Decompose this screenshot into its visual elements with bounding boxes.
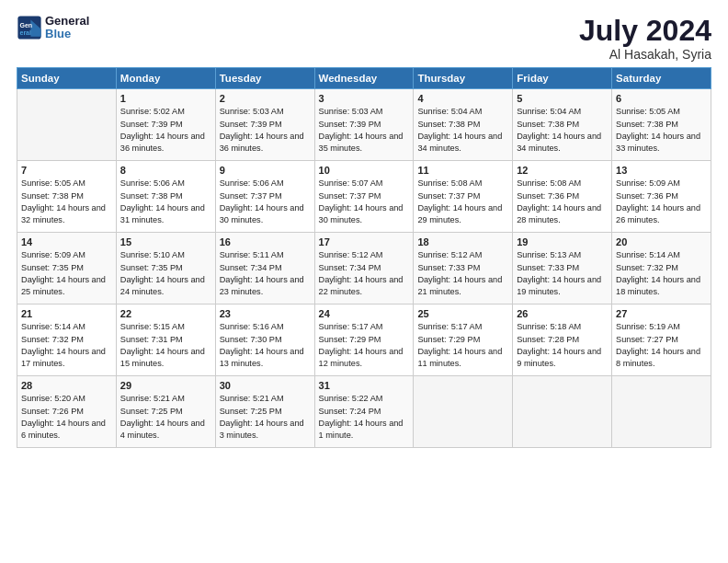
sunset-label: Sunset: 7:24 PM [319, 407, 381, 416]
calendar-cell: 10 Sunrise: 5:07 AM Sunset: 7:37 PM Dayl… [314, 161, 414, 233]
day-number: 4 [417, 93, 508, 104]
cell-content: Sunrise: 5:09 AM Sunset: 7:36 PM Dayligh… [616, 178, 707, 226]
calendar-week-4: 21 Sunrise: 5:14 AM Sunset: 7:32 PM Dayl… [17, 304, 711, 376]
day-number: 30 [220, 380, 311, 391]
calendar-cell: 24 Sunrise: 5:17 AM Sunset: 7:29 PM Dayl… [314, 304, 414, 376]
day-number: 22 [120, 308, 211, 319]
cell-content: Sunrise: 5:03 AM Sunset: 7:39 PM Dayligh… [220, 106, 311, 155]
daylight-label: Daylight: 14 hours and 32 minutes. [21, 203, 106, 224]
calendar-week-1: 1 Sunrise: 5:02 AM Sunset: 7:39 PM Dayli… [17, 89, 711, 161]
sunrise-label: Sunrise: 5:14 AM [616, 250, 680, 259]
calendar-cell: 25 Sunrise: 5:17 AM Sunset: 7:29 PM Dayl… [414, 304, 513, 376]
daylight-label: Daylight: 14 hours and 30 minutes. [319, 203, 404, 224]
daylight-label: Daylight: 14 hours and 29 minutes. [417, 203, 502, 224]
calendar-cell: 1 Sunrise: 5:02 AM Sunset: 7:39 PM Dayli… [116, 89, 215, 161]
calendar-cell: 12 Sunrise: 5:08 AM Sunset: 7:36 PM Dayl… [513, 161, 612, 233]
daylight-label: Daylight: 14 hours and 31 minutes. [120, 203, 205, 224]
svg-text:eral: eral [20, 30, 32, 37]
sunrise-label: Sunrise: 5:04 AM [417, 107, 482, 116]
cell-content: Sunrise: 5:06 AM Sunset: 7:38 PM Dayligh… [120, 178, 211, 226]
cell-content: Sunrise: 5:08 AM Sunset: 7:36 PM Dayligh… [517, 178, 608, 226]
daylight-label: Daylight: 14 hours and 15 minutes. [120, 347, 205, 368]
sunset-label: Sunset: 7:28 PM [517, 335, 579, 344]
cell-content: Sunrise: 5:20 AM Sunset: 7:26 PM Dayligh… [21, 393, 112, 442]
calendar-cell [17, 89, 117, 161]
sunrise-label: Sunrise: 5:17 AM [319, 322, 383, 331]
sunset-label: Sunset: 7:36 PM [517, 191, 579, 201]
sunrise-label: Sunrise: 5:21 AM [120, 394, 185, 403]
daylight-label: Daylight: 14 hours and 34 minutes. [417, 132, 502, 153]
daylight-label: Daylight: 14 hours and 24 minutes. [120, 275, 205, 296]
logo-line2: Blue [45, 28, 89, 40]
daylight-label: Daylight: 14 hours and 30 minutes. [220, 203, 304, 224]
sunset-label: Sunset: 7:32 PM [21, 335, 84, 344]
cell-content: Sunrise: 5:06 AM Sunset: 7:37 PM Dayligh… [220, 178, 311, 226]
daylight-label: Daylight: 14 hours and 4 minutes. [120, 419, 205, 440]
calendar-cell: 29 Sunrise: 5:21 AM Sunset: 7:25 PM Dayl… [116, 376, 215, 448]
sunset-label: Sunset: 7:39 PM [319, 120, 381, 129]
cell-content: Sunrise: 5:03 AM Sunset: 7:39 PM Dayligh… [319, 106, 410, 155]
sunset-label: Sunset: 7:38 PM [616, 120, 678, 129]
sunset-label: Sunset: 7:37 PM [319, 191, 381, 201]
daylight-label: Daylight: 14 hours and 9 minutes. [517, 347, 601, 368]
svg-text:Gen: Gen [20, 22, 33, 29]
calendar-cell: 9 Sunrise: 5:06 AM Sunset: 7:37 PM Dayli… [215, 161, 314, 233]
calendar-cell: 4 Sunrise: 5:04 AM Sunset: 7:38 PM Dayli… [414, 89, 513, 161]
calendar-cell: 16 Sunrise: 5:11 AM Sunset: 7:34 PM Dayl… [215, 233, 314, 304]
sunset-label: Sunset: 7:37 PM [417, 191, 480, 201]
daylight-label: Daylight: 14 hours and 12 minutes. [319, 347, 404, 368]
sunrise-label: Sunrise: 5:09 AM [616, 178, 680, 188]
calendar-cell: 14 Sunrise: 5:09 AM Sunset: 7:35 PM Dayl… [17, 233, 117, 304]
col-thursday: Thursday [414, 68, 513, 89]
calendar-cell: 2 Sunrise: 5:03 AM Sunset: 7:39 PM Dayli… [215, 89, 314, 161]
day-number: 26 [517, 308, 608, 319]
cell-content: Sunrise: 5:07 AM Sunset: 7:37 PM Dayligh… [319, 178, 410, 226]
sunrise-label: Sunrise: 5:07 AM [319, 178, 383, 188]
day-number: 6 [616, 93, 707, 104]
sunset-label: Sunset: 7:35 PM [120, 263, 183, 272]
cell-content: Sunrise: 5:19 AM Sunset: 7:27 PM Dayligh… [616, 321, 707, 370]
day-number: 15 [120, 236, 211, 247]
calendar-cell: 23 Sunrise: 5:16 AM Sunset: 7:30 PM Dayl… [215, 304, 314, 376]
sunrise-label: Sunrise: 5:16 AM [220, 322, 284, 331]
logo: Gen eral General Blue [17, 15, 89, 41]
cell-content: Sunrise: 5:05 AM Sunset: 7:38 PM Dayligh… [21, 178, 112, 226]
daylight-label: Daylight: 14 hours and 36 minutes. [220, 132, 304, 153]
daylight-label: Daylight: 14 hours and 33 minutes. [616, 132, 700, 153]
daylight-label: Daylight: 14 hours and 17 minutes. [21, 347, 106, 368]
calendar-cell: 21 Sunrise: 5:14 AM Sunset: 7:32 PM Dayl… [17, 304, 117, 376]
sunrise-label: Sunrise: 5:15 AM [120, 322, 185, 331]
cell-content: Sunrise: 5:04 AM Sunset: 7:38 PM Dayligh… [517, 106, 608, 155]
sunrise-label: Sunrise: 5:14 AM [21, 322, 85, 331]
cell-content: Sunrise: 5:11 AM Sunset: 7:34 PM Dayligh… [220, 249, 311, 298]
calendar-cell: 28 Sunrise: 5:20 AM Sunset: 7:26 PM Dayl… [17, 376, 117, 448]
sunrise-label: Sunrise: 5:12 AM [417, 250, 482, 259]
day-number: 13 [616, 165, 707, 176]
cell-content: Sunrise: 5:04 AM Sunset: 7:38 PM Dayligh… [417, 106, 508, 155]
day-number: 27 [616, 308, 707, 319]
sunrise-label: Sunrise: 5:18 AM [517, 322, 581, 331]
sunrise-label: Sunrise: 5:08 AM [417, 178, 482, 188]
cell-content: Sunrise: 5:21 AM Sunset: 7:25 PM Dayligh… [120, 393, 211, 442]
daylight-label: Daylight: 14 hours and 19 minutes. [517, 275, 601, 296]
day-number: 29 [120, 380, 211, 391]
sunrise-label: Sunrise: 5:13 AM [517, 250, 581, 259]
calendar-cell: 3 Sunrise: 5:03 AM Sunset: 7:39 PM Dayli… [314, 89, 414, 161]
day-number: 8 [120, 165, 211, 176]
sunrise-label: Sunrise: 5:03 AM [220, 107, 284, 116]
sunset-label: Sunset: 7:27 PM [616, 335, 678, 344]
sunset-label: Sunset: 7:29 PM [319, 335, 381, 344]
sunrise-label: Sunrise: 5:10 AM [120, 250, 185, 259]
daylight-label: Daylight: 14 hours and 11 minutes. [417, 347, 502, 368]
cell-content: Sunrise: 5:13 AM Sunset: 7:33 PM Dayligh… [517, 249, 608, 298]
sunrise-label: Sunrise: 5:05 AM [616, 107, 680, 116]
sunset-label: Sunset: 7:38 PM [417, 120, 480, 129]
cell-content: Sunrise: 5:12 AM Sunset: 7:34 PM Dayligh… [319, 249, 410, 298]
calendar-cell: 19 Sunrise: 5:13 AM Sunset: 7:33 PM Dayl… [513, 233, 612, 304]
calendar-week-2: 7 Sunrise: 5:05 AM Sunset: 7:38 PM Dayli… [17, 161, 711, 233]
sunrise-label: Sunrise: 5:08 AM [517, 178, 581, 188]
sunrise-label: Sunrise: 5:02 AM [120, 107, 185, 116]
calendar-week-5: 28 Sunrise: 5:20 AM Sunset: 7:26 PM Dayl… [17, 376, 711, 448]
title-block: July 2024 Al Hasakah, Syria [579, 15, 711, 62]
day-number: 7 [21, 165, 112, 176]
